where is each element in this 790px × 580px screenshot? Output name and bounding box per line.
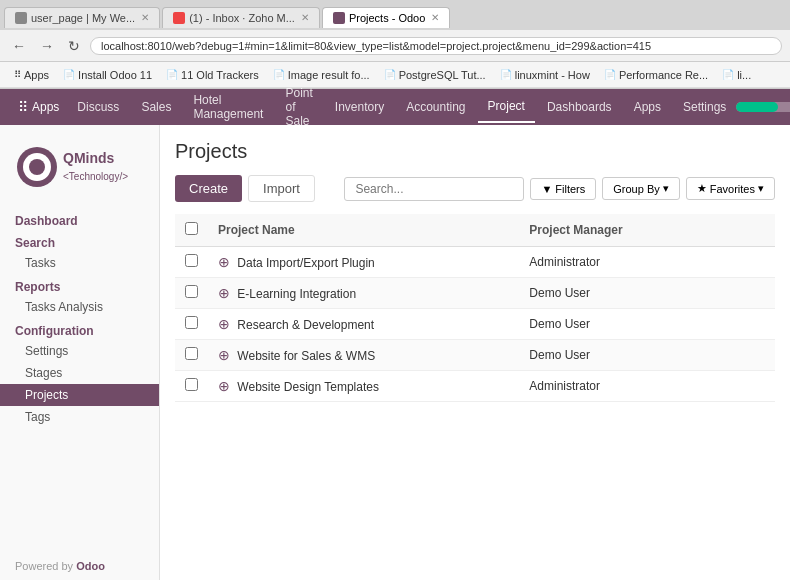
filter-icon: ▼ xyxy=(541,183,552,195)
sidebar-section-search[interactable]: Search xyxy=(0,230,159,252)
row-project-name-2: ⊕ Research & Development xyxy=(208,309,519,340)
toolbar: Create Import ▼ Filters Group By ▾ ★ xyxy=(175,175,775,202)
add-icon-0[interactable]: ⊕ xyxy=(218,254,230,270)
row-checkbox-2[interactable] xyxy=(185,316,198,329)
project-name-text-3[interactable]: Website for Sales & WMS xyxy=(237,349,375,363)
sidebar-section-dashboard[interactable]: Dashboard xyxy=(0,208,159,230)
star-icon: ★ xyxy=(697,182,707,195)
tab3-title: Projects - Odoo xyxy=(349,12,425,24)
apps-grid-icon: ⠿ xyxy=(14,69,21,80)
sidebar-item-tasks-analysis[interactable]: Tasks Analysis xyxy=(0,296,159,318)
sidebar-section-configuration[interactable]: Configuration xyxy=(0,318,159,340)
tab2-favicon xyxy=(173,12,185,24)
project-name-text-2[interactable]: Research & Development xyxy=(237,318,374,332)
groupby-chevron-icon: ▾ xyxy=(663,182,669,195)
menu-project[interactable]: Project xyxy=(478,91,535,123)
tab1-close[interactable]: ✕ xyxy=(141,12,149,23)
svg-text:QMinds: QMinds xyxy=(63,150,115,166)
sidebar-item-tags[interactable]: Tags xyxy=(0,406,159,428)
sidebar-section-reports[interactable]: Reports xyxy=(0,274,159,296)
menu-accounting[interactable]: Accounting xyxy=(396,92,475,122)
tab1-title: user_page | My We... xyxy=(31,12,135,24)
row-project-name-0: ⊕ Data Import/Export Plugin xyxy=(208,247,519,278)
sidebar-item-stages[interactable]: Stages xyxy=(0,362,159,384)
menu-inventory[interactable]: Inventory xyxy=(325,92,394,122)
address-bar[interactable]: localhost:8010/web?debug=1#min=1&limit=8… xyxy=(90,37,782,55)
import-button[interactable]: Import xyxy=(248,175,315,202)
row-checkbox-cell-2 xyxy=(175,309,208,340)
tab1-favicon xyxy=(15,12,27,24)
add-icon-3[interactable]: ⊕ xyxy=(218,347,230,363)
menu-discuss[interactable]: Discuss xyxy=(67,92,129,122)
project-name-text-1[interactable]: E-Learning Integration xyxy=(237,287,356,301)
browser-tab-2[interactable]: (1) - Inbox · Zoho M... ✕ xyxy=(162,7,320,28)
group-by-button[interactable]: Group By ▾ xyxy=(602,177,679,200)
add-icon-2[interactable]: ⊕ xyxy=(218,316,230,332)
browser-tab-3[interactable]: Projects - Odoo ✕ xyxy=(322,7,450,28)
row-project-name-4: ⊕ Website Design Templates xyxy=(208,371,519,402)
add-icon-4[interactable]: ⊕ xyxy=(218,378,230,394)
bookmark-apps[interactable]: ⠿ Apps xyxy=(8,68,55,82)
progress-bar xyxy=(736,102,790,112)
col-header-project-manager: Project Manager xyxy=(519,214,775,247)
select-all-header xyxy=(175,214,208,247)
forward-button[interactable]: → xyxy=(36,36,58,56)
filters-button[interactable]: ▼ Filters xyxy=(530,178,596,200)
row-checkbox-4[interactable] xyxy=(185,378,198,391)
top-menu-right: 10 xyxy=(736,100,790,114)
page-title: Projects xyxy=(175,140,775,163)
row-manager-2: Demo User xyxy=(519,309,775,340)
add-icon-1[interactable]: ⊕ xyxy=(218,285,230,301)
row-checkbox-3[interactable] xyxy=(185,347,198,360)
table-row: ⊕ Data Import/Export Plugin Administrato… xyxy=(175,247,775,278)
menu-sales[interactable]: Sales xyxy=(131,92,181,122)
row-manager-0: Administrator xyxy=(519,247,775,278)
row-checkbox-cell-4 xyxy=(175,371,208,402)
apps-menu-label: Apps xyxy=(32,100,59,114)
powered-by: Powered by Odoo xyxy=(15,560,105,572)
browser-tab-1[interactable]: user_page | My We... ✕ xyxy=(4,7,160,28)
row-manager-1: Demo User xyxy=(519,278,775,309)
odoo-link[interactable]: Odoo xyxy=(76,560,105,572)
favorites-button[interactable]: ★ Favorites ▾ xyxy=(686,177,775,200)
table-row: ⊕ Website Design Templates Administrator xyxy=(175,371,775,402)
reload-button[interactable]: ↻ xyxy=(64,36,84,56)
sidebar: QMinds <Technology/> Dashboard Search Ta… xyxy=(0,125,160,580)
tab2-close[interactable]: ✕ xyxy=(301,12,309,23)
top-menu-bar: ⠿ Apps Discuss Sales Hotel Management Po… xyxy=(0,89,790,125)
table-row: ⊕ Website for Sales & WMS Demo User xyxy=(175,340,775,371)
menu-hotel[interactable]: Hotel Management xyxy=(183,85,273,129)
sidebar-item-tasks[interactable]: Tasks xyxy=(0,252,159,274)
row-checkbox-1[interactable] xyxy=(185,285,198,298)
tab3-favicon xyxy=(333,12,345,24)
project-name-text-0[interactable]: Data Import/Export Plugin xyxy=(237,256,374,270)
select-all-checkbox[interactable] xyxy=(185,222,198,235)
toolbar-left: Create Import xyxy=(175,175,315,202)
menu-settings[interactable]: Settings xyxy=(673,92,736,122)
search-input[interactable] xyxy=(344,177,524,201)
tab2-title: (1) - Inbox · Zoho M... xyxy=(189,12,295,24)
row-checkbox-cell-0 xyxy=(175,247,208,278)
create-button[interactable]: Create xyxy=(175,175,242,202)
projects-table: Project Name Project Manager ⊕ Data Impo… xyxy=(175,214,775,402)
logo-area: QMinds <Technology/> xyxy=(0,135,159,208)
project-name-text-4[interactable]: Website Design Templates xyxy=(237,380,379,394)
menu-dashboards[interactable]: Dashboards xyxy=(537,92,622,122)
svg-text:<Technology/>: <Technology/> xyxy=(63,171,128,182)
grid-icon: ⠿ xyxy=(18,99,28,115)
company-logo: QMinds <Technology/> xyxy=(15,145,135,190)
table-row: ⊕ Research & Development Demo User xyxy=(175,309,775,340)
row-checkbox-cell-1 xyxy=(175,278,208,309)
row-project-name-1: ⊕ E-Learning Integration xyxy=(208,278,519,309)
svg-point-2 xyxy=(29,159,45,175)
sidebar-item-projects[interactable]: Projects xyxy=(0,384,159,406)
tab3-close[interactable]: ✕ xyxy=(431,12,439,23)
sidebar-item-settings[interactable]: Settings xyxy=(0,340,159,362)
search-bar: ▼ Filters Group By ▾ ★ Favorites ▾ xyxy=(344,177,775,201)
menu-apps[interactable]: Apps xyxy=(624,92,671,122)
apps-menu-button[interactable]: ⠿ Apps xyxy=(10,95,67,119)
row-checkbox-0[interactable] xyxy=(185,254,198,267)
row-manager-3: Demo User xyxy=(519,340,775,371)
fav-chevron-icon: ▾ xyxy=(758,182,764,195)
back-button[interactable]: ← xyxy=(8,36,30,56)
